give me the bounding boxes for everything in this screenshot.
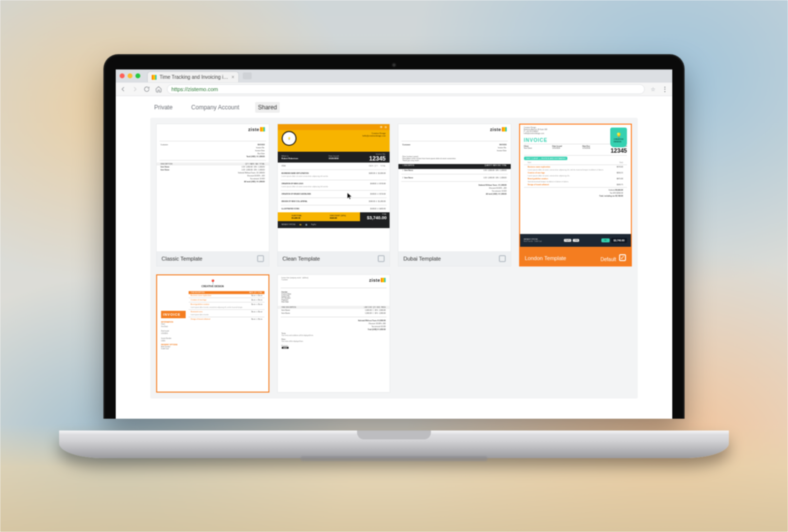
laptop-notch [357, 431, 431, 439]
card-footer: London Template Default [520, 251, 631, 266]
new-tab-button[interactable] [243, 72, 252, 79]
minimize-window-icon[interactable] [128, 73, 132, 78]
select-checkbox[interactable] [499, 255, 506, 262]
close-window-icon[interactable] [120, 73, 125, 78]
select-checkbox[interactable] [619, 254, 626, 261]
brand-logo: ziste [490, 127, 507, 132]
browser-tab-title: Time Tracking and Invoicing in... [160, 74, 229, 80]
laptop-foot [300, 456, 488, 461]
laptop-lid: Time Tracking and Invoicing in... × [103, 54, 685, 419]
template-card-clean[interactable]: 👁 ⧉ 💡 Creative Designhello@creativedesig… [277, 124, 391, 266]
template-thumb: Creative DesignBusiness Avenue 28 Suite … [520, 125, 631, 251]
template-card-dubai[interactable]: ziste CustomerINVOICE Invoice No. Invoic… [398, 124, 511, 266]
brand-logo: ziste [369, 278, 386, 283]
tab-company-account[interactable]: Company Account [188, 102, 242, 113]
select-checkbox[interactable] [378, 255, 385, 262]
browser-tabbar: Time Tracking and Invoicing in... × [116, 69, 672, 82]
template-name: Clean Template [283, 256, 320, 262]
url-text: https://zistemo.com [171, 86, 218, 92]
template-name: Dubai Template [403, 256, 441, 262]
template-card-classic[interactable]: ziste CustomerINVOICE Invoice No. Invoic… [156, 124, 269, 266]
select-checkbox[interactable] [257, 255, 264, 262]
filter-tabs: Private Company Account Shared [150, 99, 638, 118]
home-icon[interactable] [155, 86, 162, 93]
tab-private[interactable]: Private [151, 102, 175, 113]
copy-icon: ⧉ [385, 126, 387, 129]
laptop-frame: Time Tracking and Invoicing in... × [103, 54, 685, 458]
templates-row-2: 📍CREATIVE DESIGN INVOICE INFORMATION Cli… [156, 274, 632, 393]
template-card-rome[interactable]: 📍CREATIVE DESIGN INVOICE INFORMATION Cli… [156, 274, 269, 393]
browser-window: Time Tracking and Invoicing in... × [116, 69, 672, 419]
reload-icon[interactable] [143, 86, 150, 93]
tab-shared[interactable]: Shared [255, 102, 280, 113]
bookmark-icon[interactable]: ☆ [650, 86, 657, 93]
laptop-base [59, 431, 729, 458]
close-tab-icon[interactable]: × [231, 75, 234, 80]
window-controls[interactable] [120, 73, 140, 78]
default-label: Default [600, 257, 616, 262]
favicon-icon [152, 75, 157, 80]
camera-icon [392, 63, 396, 67]
forward-icon[interactable] [131, 86, 138, 93]
back-icon[interactable] [120, 86, 127, 93]
url-field[interactable]: https://zistemo.com [167, 84, 645, 94]
laptop-screen: Time Tracking and Invoicing in... × [116, 69, 672, 419]
browser-tab[interactable]: Time Tracking and Invoicing in... × [147, 71, 239, 82]
address-bar: https://zistemo.com ☆ ⋮ [116, 82, 672, 96]
viewport: Private Company Account Shared [116, 96, 672, 419]
template-card-paris[interactable]: ziste Invoice from (company name) · (add… [277, 274, 391, 393]
templates-panel: ziste CustomerINVOICE Invoice No. Invoic… [150, 118, 638, 399]
app-content: Private Company Account Shared [150, 99, 638, 419]
template-thumb: 👁 ⧉ 💡 Creative Designhello@creativedesig… [278, 124, 390, 251]
template-thumb: ziste Invoice from (company name) · (add… [278, 275, 390, 392]
template-thumb: 📍CREATIVE DESIGN INVOICE INFORMATION Cli… [157, 275, 268, 392]
card-footer: Dubai Template [398, 251, 511, 266]
eye-icon: 👁 [380, 126, 383, 129]
browser-menu-icon[interactable]: ⋮ [661, 86, 668, 93]
maximize-window-icon[interactable] [135, 73, 140, 78]
logo-badge-icon: 💡 [282, 131, 296, 146]
brand-badge-icon: 💡CREATIVEDESIGN [610, 128, 627, 147]
template-card-london[interactable]: Creative DesignBusiness Avenue 28 Suite … [519, 124, 632, 266]
background-blur: Time Tracking and Invoicing in... × [0, 0, 788, 532]
card-footer: Clean Template [278, 251, 390, 266]
card-footer: Classic Template [157, 251, 269, 266]
template-name: London Template [525, 255, 566, 261]
templates-grid: ziste CustomerINVOICE Invoice No. Invoic… [156, 124, 632, 266]
template-thumb: ziste CustomerINVOICE Invoice No. Invoic… [157, 124, 269, 251]
template-name: Classic Template [162, 256, 202, 262]
template-thumb: ziste CustomerINVOICE Invoice No. Invoic… [398, 124, 511, 251]
brand-logo: ziste [248, 127, 265, 132]
